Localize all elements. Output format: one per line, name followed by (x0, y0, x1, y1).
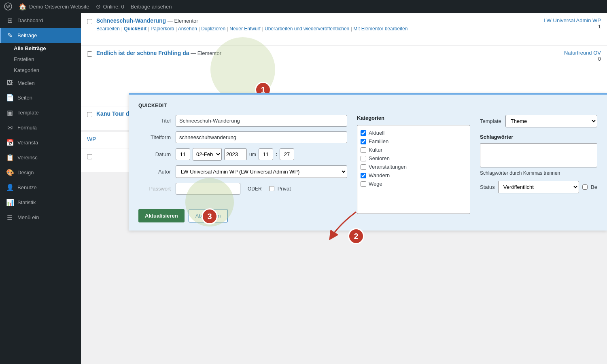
action-ueberarbeiten-1[interactable]: Überarbeiten und wiederveröffentlichen (265, 26, 349, 32)
template-label: Template (480, 118, 501, 124)
cat-label-veranstaltungen: Veranstaltungen (369, 164, 407, 170)
action-duplizieren-1[interactable]: Duplizieren (201, 26, 225, 32)
veranstaltungen-icon: 📅 (6, 139, 13, 146)
beitraege-icon: ✎ (6, 32, 13, 39)
wp-logo-button[interactable]: W (4, 2, 12, 11)
sidebar-sub-alle-beitraege[interactable]: Alle Beiträge (14, 43, 81, 54)
post-checkbox-2[interactable] (87, 51, 92, 57)
sidebar-item-vereins[interactable]: 📋 Vereinsc (0, 150, 81, 165)
action-papierkorb-1[interactable]: Papierkorb (151, 26, 174, 32)
sidebar-sub-kategorien[interactable]: Kategorien (14, 65, 81, 76)
svg-text:W: W (6, 4, 10, 9)
action-neuer-entwurf-1[interactable]: Neuer Entwurf (229, 26, 261, 32)
post-title-1[interactable]: Schneeschuh-Wanderung (96, 17, 166, 24)
datum-inputs: 02-Feb um : (176, 148, 294, 161)
templates-icon: ▣ (6, 109, 13, 116)
kategorien-scroll[interactable]: Aktuell Familien Kultur Senioren (357, 125, 470, 214)
sidebar-item-benutze[interactable]: 👤 Benutze (0, 180, 81, 195)
post-checkbox-bottom[interactable] (87, 154, 92, 159)
design-icon: 🎨 (6, 169, 13, 176)
benutze-icon: 👤 (6, 184, 13, 191)
cat-item-wege: Wege (361, 180, 467, 188)
cat-item-familien: Familien (361, 137, 467, 146)
action-mit-elementor-1[interactable]: Mit Elementor bearbeiten (353, 26, 407, 32)
sidebar-item-design[interactable]: 🎨 Design (0, 165, 81, 180)
sidebar-sub-erstellen[interactable]: Erstellen (14, 54, 81, 65)
be-label: Be (591, 184, 597, 190)
sidebar-item-veranstaltungen[interactable]: 📅 Veransta (0, 135, 81, 150)
quickedit-title: QUICKEDIT (138, 103, 597, 108)
post-author-2: Naturfreund OV (520, 50, 601, 56)
post-author-1: LW Universal Admin WP (520, 17, 601, 23)
datum-row: Datum 02-Feb um : (138, 148, 347, 161)
action-ansehen-1[interactable]: Ansehen (178, 26, 197, 32)
schlagwoerter-input[interactable] (480, 143, 597, 167)
cat-item-veranstaltungen: Veranstaltungen (361, 163, 467, 171)
quickedit-kategorien: Kategorien Aktuell Familien Kultur (357, 115, 470, 222)
site-name[interactable]: 🏠 Demo Ortsverein Website (19, 3, 89, 11)
titelform-input[interactable] (176, 131, 347, 143)
cat-checkbox-aktuell[interactable] (361, 130, 366, 136)
datum-day-input[interactable] (176, 148, 190, 160)
cat-checkbox-wandern[interactable] (361, 173, 366, 178)
cat-label-wege: Wege (369, 181, 382, 187)
datum-label: Datum (138, 151, 171, 157)
datum-min-input[interactable] (280, 148, 294, 160)
template-select[interactable]: Theme Standard Template Full Width (505, 115, 597, 127)
sidebar-item-seiten[interactable]: 📄 Seiten (0, 90, 81, 105)
table-row: Schneeschuh-Wanderung — Elementor Bearbe… (81, 13, 607, 37)
privat-checkbox[interactable] (269, 186, 274, 191)
formulare-icon: ✉ (6, 124, 13, 131)
status-select[interactable]: Veröffentlicht Entwurf Ausstehend (498, 181, 579, 193)
sidebar: ⊞ Dashboard ✎ Beiträge Alle Beiträge Ers… (0, 13, 81, 364)
sidebar-item-beitraege[interactable]: ✎ Beiträge (0, 28, 81, 43)
quickedit-left: Titel Titelform Datum 02- (138, 115, 347, 222)
seiten-icon: 📄 (6, 94, 13, 102)
titel-input[interactable] (176, 115, 347, 127)
sidebar-item-menue[interactable]: ☰ Menü ein (0, 210, 81, 225)
cat-checkbox-veranstaltungen[interactable] (361, 164, 366, 170)
post-meta-2: Naturfreund OV 0 (520, 50, 601, 62)
post-elementor-1: — Elementor (168, 18, 198, 24)
kategorien-label: Kategorien (357, 115, 470, 121)
titelform-label: Titelform (138, 134, 171, 140)
sidebar-item-medien[interactable]: 🖼 Medien (0, 76, 81, 90)
passwort-row: Passwort – ODER – Privat (138, 183, 347, 195)
datum-month-select[interactable]: 02-Feb (193, 148, 222, 161)
cat-checkbox-familien[interactable] (361, 139, 366, 144)
autor-row: Autor LW Universal Admin WP (LW Universa… (138, 165, 347, 178)
titelform-row: Titelform (138, 131, 347, 143)
post-title-2[interactable]: Endlich ist der schöne Frühling da (96, 50, 189, 56)
autor-label: Autor (138, 169, 171, 175)
post-meta-1: LW Universal Admin WP 1 (520, 17, 601, 30)
passwort-input[interactable] (176, 183, 240, 195)
cat-checkbox-senioren[interactable] (361, 156, 366, 161)
post-checkbox-3[interactable] (87, 112, 92, 117)
action-bearbeiten-1[interactable]: Bearbeiten (96, 26, 120, 32)
status-label: Status (480, 184, 495, 190)
datum-hour-input[interactable] (259, 148, 273, 160)
wp-icon: W (4, 2, 12, 11)
action-quickedit-1[interactable]: QuickEdit (124, 26, 146, 32)
quickedit-panel: QUICKEDIT Titel Titelform (129, 93, 607, 231)
sidebar-item-dashboard[interactable]: ⊞ Dashboard (0, 13, 81, 28)
cat-checkbox-wege[interactable] (361, 181, 366, 187)
post-checkbox-1[interactable] (87, 19, 92, 24)
cat-label-familien: Familien (369, 138, 388, 144)
quickedit-body: Titel Titelform Datum 02- (138, 115, 597, 222)
sidebar-item-templates[interactable]: ▣ Template (0, 105, 81, 120)
dashboard-icon: ⊞ (6, 17, 13, 24)
view-posts-link[interactable]: Beiträge ansehen (131, 4, 172, 10)
cancel-button[interactable]: Abbrechen (189, 209, 228, 222)
menue-icon: ☰ (6, 214, 13, 221)
cat-checkbox-kultur[interactable] (361, 147, 366, 153)
statistik-icon: 📊 (6, 199, 13, 206)
post-actions-1: Bearbeiten | QuickEdit | Papierkorb | An… (96, 25, 516, 32)
be-checkbox[interactable] (582, 184, 588, 190)
sidebar-item-formulare[interactable]: ✉ Formula (0, 120, 81, 135)
autor-select[interactable]: LW Universal Admin WP (LW Universal Admi… (176, 165, 347, 178)
datum-year-input[interactable] (224, 148, 247, 160)
update-button[interactable]: Aktualisieren (138, 209, 185, 222)
passwort-label: Passwort (138, 186, 171, 192)
sidebar-item-statistik[interactable]: 📊 Statistik (0, 195, 81, 210)
